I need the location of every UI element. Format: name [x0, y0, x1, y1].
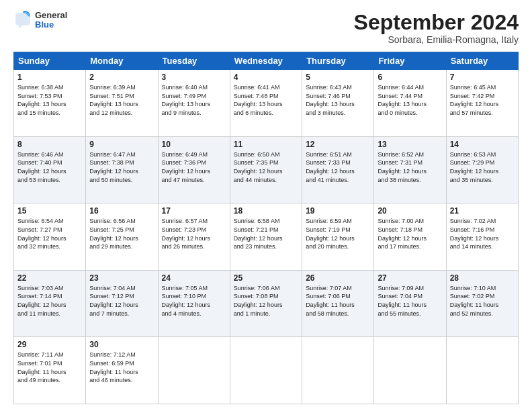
- table-row: 15Sunrise: 6:54 AMSunset: 7:27 PMDayligh…: [14, 203, 86, 271]
- cell-details: Sunrise: 6:54 AMSunset: 7:27 PMDaylight:…: [17, 217, 82, 250]
- table-row: 2Sunrise: 6:39 AMSunset: 7:51 PMDaylight…: [86, 70, 158, 137]
- col-monday: Monday: [86, 52, 158, 70]
- cell-details: Sunrise: 6:43 AMSunset: 7:46 PMDaylight:…: [306, 83, 370, 117]
- col-wednesday: Wednesday: [230, 52, 302, 70]
- day-number: 18: [234, 206, 298, 216]
- cell-details: Sunrise: 6:58 AMSunset: 7:21 PMDaylight:…: [234, 217, 298, 250]
- table-row: 20Sunrise: 7:00 AMSunset: 7:18 PMDayligh…: [374, 203, 446, 271]
- day-number: 9: [89, 140, 154, 149]
- day-number: 13: [378, 140, 442, 149]
- table-row: 17Sunrise: 6:57 AMSunset: 7:23 PMDayligh…: [158, 203, 230, 271]
- day-number: 30: [89, 340, 154, 349]
- cell-details: Sunrise: 6:44 AMSunset: 7:44 PMDaylight:…: [378, 83, 442, 117]
- header-row: Sunday Monday Tuesday Wednesday Thursday…: [14, 52, 519, 70]
- table-row: 12Sunrise: 6:51 AMSunset: 7:33 PMDayligh…: [302, 136, 374, 203]
- table-row: 10Sunrise: 6:49 AMSunset: 7:36 PMDayligh…: [158, 136, 230, 203]
- page: General Blue September 2024 Sorbara, Emi…: [0, 0, 532, 411]
- table-row: 13Sunrise: 6:52 AMSunset: 7:31 PMDayligh…: [374, 136, 446, 203]
- table-row: 9Sunrise: 6:47 AMSunset: 7:38 PMDaylight…: [86, 136, 158, 203]
- cell-details: Sunrise: 7:10 AMSunset: 7:02 PMDaylight:…: [450, 284, 515, 318]
- cell-details: Sunrise: 7:07 AMSunset: 7:06 PMDaylight:…: [306, 284, 370, 318]
- cell-details: Sunrise: 6:49 AMSunset: 7:36 PMDaylight:…: [162, 150, 226, 184]
- table-row: 14Sunrise: 6:53 AMSunset: 7:29 PMDayligh…: [446, 136, 518, 203]
- table-row: 7Sunrise: 6:45 AMSunset: 7:42 PMDaylight…: [446, 70, 518, 137]
- cell-details: Sunrise: 6:57 AMSunset: 7:23 PMDaylight:…: [162, 217, 226, 250]
- table-row: 11Sunrise: 6:50 AMSunset: 7:35 PMDayligh…: [230, 136, 302, 203]
- table-row: 27Sunrise: 7:09 AMSunset: 7:04 PMDayligh…: [374, 270, 446, 337]
- day-number: 20: [378, 206, 442, 216]
- day-number: 19: [306, 206, 370, 216]
- cell-details: Sunrise: 6:59 AMSunset: 7:19 PMDaylight:…: [306, 217, 370, 250]
- day-number: 3: [162, 73, 226, 82]
- calendar-week-1: 1Sunrise: 6:38 AMSunset: 7:53 PMDaylight…: [14, 70, 519, 137]
- month-title: September 2024: [354, 11, 519, 34]
- table-row: [446, 337, 518, 404]
- day-number: 4: [234, 73, 298, 82]
- day-number: 23: [89, 273, 154, 283]
- day-number: 1: [17, 73, 82, 82]
- day-number: 7: [450, 73, 515, 82]
- table-row: 6Sunrise: 6:44 AMSunset: 7:44 PMDaylight…: [374, 70, 446, 137]
- table-row: 28Sunrise: 7:10 AMSunset: 7:02 PMDayligh…: [446, 270, 518, 337]
- cell-details: Sunrise: 7:12 AMSunset: 6:59 PMDaylight:…: [89, 351, 154, 384]
- col-saturday: Saturday: [446, 52, 518, 70]
- table-row: 19Sunrise: 6:59 AMSunset: 7:19 PMDayligh…: [302, 203, 374, 271]
- calendar-week-4: 22Sunrise: 7:03 AMSunset: 7:14 PMDayligh…: [14, 270, 519, 337]
- table-row: [374, 337, 446, 404]
- table-row: 16Sunrise: 6:56 AMSunset: 7:25 PMDayligh…: [86, 203, 158, 271]
- cell-details: Sunrise: 7:04 AMSunset: 7:12 PMDaylight:…: [89, 284, 154, 318]
- day-number: 6: [378, 73, 442, 82]
- day-number: 15: [17, 206, 82, 216]
- location: Sorbara, Emilia-Romagna, Italy: [354, 34, 519, 45]
- table-row: 4Sunrise: 6:41 AMSunset: 7:48 PMDaylight…: [230, 70, 302, 137]
- day-number: 28: [450, 273, 515, 283]
- table-row: 5Sunrise: 6:43 AMSunset: 7:46 PMDaylight…: [302, 70, 374, 137]
- cell-details: Sunrise: 6:45 AMSunset: 7:42 PMDaylight:…: [450, 83, 515, 117]
- day-number: 17: [162, 206, 226, 216]
- table-row: 1Sunrise: 6:38 AMSunset: 7:53 PMDaylight…: [14, 70, 86, 137]
- day-number: 8: [17, 140, 82, 149]
- cell-details: Sunrise: 7:09 AMSunset: 7:04 PMDaylight:…: [378, 284, 442, 318]
- cell-details: Sunrise: 6:46 AMSunset: 7:40 PMDaylight:…: [17, 150, 82, 184]
- table-row: 8Sunrise: 6:46 AMSunset: 7:40 PMDaylight…: [14, 136, 86, 203]
- day-number: 11: [234, 140, 298, 149]
- logo-general: General: [35, 11, 67, 20]
- cell-details: Sunrise: 6:52 AMSunset: 7:31 PMDaylight:…: [378, 150, 442, 184]
- col-tuesday: Tuesday: [158, 52, 230, 70]
- header: General Blue September 2024 Sorbara, Emi…: [13, 11, 519, 45]
- table-row: 21Sunrise: 7:02 AMSunset: 7:16 PMDayligh…: [446, 203, 518, 271]
- cell-details: Sunrise: 6:47 AMSunset: 7:38 PMDaylight:…: [89, 150, 154, 184]
- cell-details: Sunrise: 6:41 AMSunset: 7:48 PMDaylight:…: [234, 83, 298, 117]
- calendar-table: Sunday Monday Tuesday Wednesday Thursday…: [13, 52, 519, 404]
- table-row: 22Sunrise: 7:03 AMSunset: 7:14 PMDayligh…: [14, 270, 86, 337]
- title-block: September 2024 Sorbara, Emilia-Romagna, …: [354, 11, 519, 45]
- calendar-week-5: 29Sunrise: 7:11 AMSunset: 7:01 PMDayligh…: [14, 337, 519, 404]
- logo-text: General Blue: [35, 11, 67, 30]
- col-friday: Friday: [374, 52, 446, 70]
- cell-details: Sunrise: 7:06 AMSunset: 7:08 PMDaylight:…: [234, 284, 298, 318]
- table-row: 30Sunrise: 7:12 AMSunset: 6:59 PMDayligh…: [86, 337, 158, 404]
- cell-details: Sunrise: 7:00 AMSunset: 7:18 PMDaylight:…: [378, 217, 442, 250]
- table-row: 25Sunrise: 7:06 AMSunset: 7:08 PMDayligh…: [230, 270, 302, 337]
- calendar-week-3: 15Sunrise: 6:54 AMSunset: 7:27 PMDayligh…: [14, 203, 519, 271]
- table-row: 24Sunrise: 7:05 AMSunset: 7:10 PMDayligh…: [158, 270, 230, 337]
- cell-details: Sunrise: 7:11 AMSunset: 7:01 PMDaylight:…: [17, 351, 82, 384]
- table-row: 18Sunrise: 6:58 AMSunset: 7:21 PMDayligh…: [230, 203, 302, 271]
- day-number: 10: [162, 140, 226, 149]
- calendar-body: 1Sunrise: 6:38 AMSunset: 7:53 PMDaylight…: [14, 70, 519, 404]
- cell-details: Sunrise: 6:53 AMSunset: 7:29 PMDaylight:…: [450, 150, 515, 184]
- day-number: 24: [162, 273, 226, 283]
- cell-details: Sunrise: 6:38 AMSunset: 7:53 PMDaylight:…: [17, 83, 82, 117]
- cell-details: Sunrise: 6:39 AMSunset: 7:51 PMDaylight:…: [89, 83, 154, 117]
- day-number: 22: [17, 273, 82, 283]
- table-row: 29Sunrise: 7:11 AMSunset: 7:01 PMDayligh…: [14, 337, 86, 404]
- day-number: 12: [306, 140, 370, 149]
- table-row: 26Sunrise: 7:07 AMSunset: 7:06 PMDayligh…: [302, 270, 374, 337]
- cell-details: Sunrise: 6:50 AMSunset: 7:35 PMDaylight:…: [234, 150, 298, 184]
- day-number: 14: [450, 140, 515, 149]
- table-row: 23Sunrise: 7:04 AMSunset: 7:12 PMDayligh…: [86, 270, 158, 337]
- cell-details: Sunrise: 7:03 AMSunset: 7:14 PMDaylight:…: [17, 284, 82, 318]
- day-number: 26: [306, 273, 370, 283]
- table-row: [230, 337, 302, 404]
- table-row: [158, 337, 230, 404]
